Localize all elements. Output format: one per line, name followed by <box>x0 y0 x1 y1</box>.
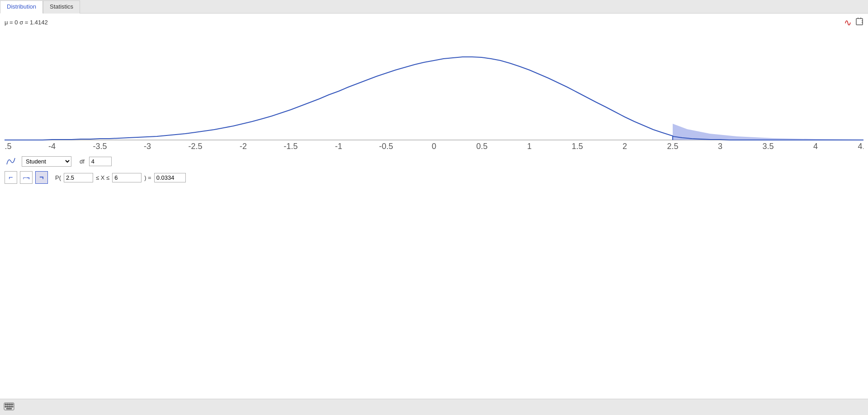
stats-label: μ = 0 σ = 1.4142 <box>5 17 863 28</box>
svg-rect-0 <box>856 19 863 25</box>
bottom-bar <box>0 399 868 415</box>
keyboard-icon[interactable] <box>4 402 14 412</box>
leq-label: ≤ X ≤ <box>96 174 109 181</box>
bracket-both-button[interactable]: ⌐¬ <box>20 171 33 184</box>
distribution-curve <box>5 57 863 140</box>
distribution-chart: -4.5 -4 -3.5 -3 -2.5 -2 -1.5 -1 <box>5 29 863 151</box>
svg-rect-22 <box>5 404 6 405</box>
chart-area: -4.5 -4 -3.5 -3 -2.5 -2 -1.5 -1 <box>5 29 863 151</box>
app-container: Distribution Statistics ∿ μ = 0 σ = 1.41… <box>0 0 868 415</box>
distribution-select[interactable]: Student Normal Chi-squared F Exponential… <box>22 156 71 167</box>
svg-text:4: 4 <box>813 142 818 151</box>
wave-icon-button[interactable]: ∿ <box>844 17 852 28</box>
bracket-left-icon: ⌐ <box>9 173 13 182</box>
svg-text:-2: -2 <box>240 142 247 151</box>
svg-text:2: 2 <box>623 142 627 151</box>
export-icon-button[interactable] <box>855 17 863 28</box>
svg-text:-3.5: -3.5 <box>93 142 107 151</box>
svg-text:1.5: 1.5 <box>571 142 583 151</box>
curve-icon[interactable] <box>5 155 17 168</box>
svg-text:-1: -1 <box>335 142 342 151</box>
probability-result[interactable] <box>154 173 186 182</box>
svg-text:2.5: 2.5 <box>667 142 678 151</box>
svg-text:-4.5: -4.5 <box>5 142 12 151</box>
svg-text:-3: -3 <box>144 142 151 151</box>
svg-rect-26 <box>12 404 13 405</box>
controls-area: Student Normal Chi-squared F Exponential… <box>5 151 863 187</box>
wave-icon: ∿ <box>844 18 852 28</box>
tab-statistics[interactable]: Statistics <box>43 0 80 14</box>
svg-text:4.5: 4.5 <box>858 142 863 151</box>
svg-text:-0.5: -0.5 <box>379 142 393 151</box>
bracket-both-icon: ⌐¬ <box>23 174 29 181</box>
df-label: df <box>80 158 85 165</box>
svg-text:1: 1 <box>527 142 532 151</box>
df-input[interactable] <box>89 157 112 166</box>
x-upper-input[interactable] <box>112 173 142 182</box>
distribution-control-row: Student Normal Chi-squared F Exponential… <box>5 155 863 168</box>
svg-text:3.5: 3.5 <box>762 142 774 151</box>
export-icon <box>855 19 863 28</box>
shade-area <box>673 124 863 140</box>
p-open-label: P( <box>55 174 61 181</box>
svg-rect-27 <box>5 406 6 407</box>
eq-label: ) = <box>144 174 151 181</box>
svg-rect-23 <box>7 404 8 405</box>
probability-control-row: ⌐ ⌐¬ ¬ P( ≤ X ≤ ) = <box>5 171 863 184</box>
svg-rect-28 <box>7 406 8 407</box>
bracket-right-icon: ¬ <box>39 173 43 182</box>
svg-rect-29 <box>9 406 10 407</box>
svg-text:-1.5: -1.5 <box>283 142 297 151</box>
main-content: ∿ μ = 0 σ = 1.4142 <box>0 14 868 399</box>
svg-text:0.5: 0.5 <box>476 142 487 151</box>
tab-distribution[interactable]: Distribution <box>0 0 43 14</box>
bracket-right-button[interactable]: ¬ <box>35 171 48 184</box>
svg-text:3: 3 <box>718 142 722 151</box>
svg-rect-32 <box>6 408 12 409</box>
svg-text:-2.5: -2.5 <box>188 142 202 151</box>
svg-rect-25 <box>10 404 12 405</box>
top-right-icons: ∿ <box>844 17 863 28</box>
svg-text:0: 0 <box>432 142 436 151</box>
tab-bar: Distribution Statistics <box>0 0 868 14</box>
svg-rect-24 <box>9 404 10 405</box>
bracket-left-button[interactable]: ⌐ <box>5 171 17 184</box>
svg-rect-31 <box>12 406 13 407</box>
svg-text:-4: -4 <box>48 142 56 151</box>
svg-rect-30 <box>10 406 12 407</box>
x-lower-input[interactable] <box>64 173 93 182</box>
